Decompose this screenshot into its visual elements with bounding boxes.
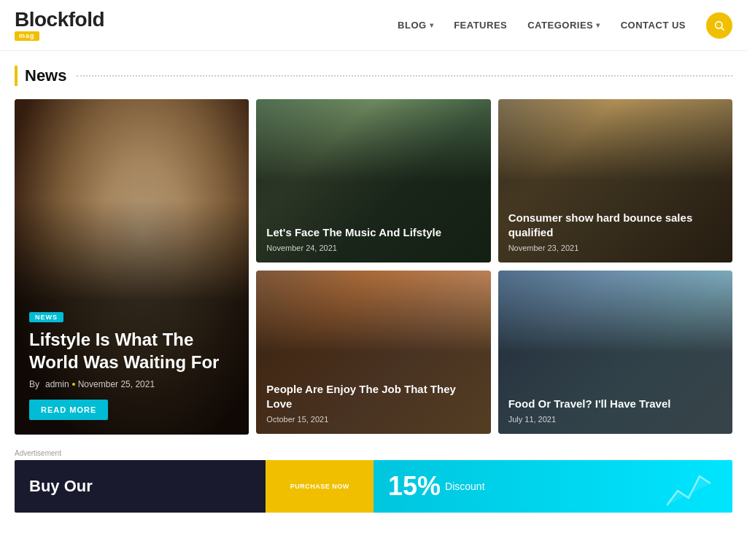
news-card-2-content: Consumer show hard bounce sales qualifie… bbox=[498, 201, 732, 262]
news-card-3-date: October 15, 2021 bbox=[266, 415, 480, 424]
ad-content: Buy Our PURCHASE NOW 15% Discount bbox=[15, 460, 732, 513]
search-button[interactable] bbox=[706, 12, 732, 39]
search-icon bbox=[713, 20, 725, 31]
news-card-3-content: People Are Enjoy The Job That They Love … bbox=[256, 372, 490, 434]
news-tag: NEWS bbox=[29, 312, 63, 322]
news-card-2[interactable]: Consumer show hard bounce sales qualifie… bbox=[498, 99, 732, 262]
news-card-4[interactable]: Food Or Travel? I'll Have Travel July 11… bbox=[498, 271, 732, 434]
svg-point-0 bbox=[716, 21, 722, 28]
nav-item-categories[interactable]: CATEGORIES ▾ bbox=[527, 20, 600, 31]
news-card-4-date: July 11, 2021 bbox=[508, 415, 722, 424]
section-dots bbox=[77, 75, 732, 77]
news-card-2-date: November 23, 2021 bbox=[508, 244, 722, 252]
section-title: News bbox=[25, 66, 66, 85]
ad-purchase-button[interactable]: PURCHASE NOW bbox=[266, 460, 374, 513]
section-title-bar bbox=[15, 66, 18, 86]
ad-label: Advertisement bbox=[15, 449, 732, 457]
news-author: admin bbox=[45, 379, 69, 389]
ad-buy-text: Buy Our bbox=[29, 477, 93, 496]
ad-off-text: Discount bbox=[445, 481, 484, 492]
nav-item-contact[interactable]: CONTACT US bbox=[621, 20, 686, 31]
ad-left: Buy Our bbox=[15, 477, 266, 496]
news-main-title: Lifstyle Is What The World Was Waiting F… bbox=[29, 328, 234, 373]
ad-chart-icon bbox=[667, 469, 711, 513]
main-nav: BLOG ▾ FEATURES CATEGORIES ▾ CONTACT US bbox=[398, 12, 732, 39]
ad-right: 15% Discount bbox=[374, 471, 732, 502]
dot-separator bbox=[72, 383, 75, 386]
news-date: November 25, 2021 bbox=[78, 379, 155, 389]
logo-text: Blockfold bbox=[15, 9, 104, 30]
chevron-down-icon: ▾ bbox=[430, 21, 434, 29]
news-card-2-title: Consumer show hard bounce sales qualifie… bbox=[508, 211, 722, 239]
news-card-1-title: Let's Face The Music And Lifstyle bbox=[266, 225, 480, 240]
nav-item-blog[interactable]: BLOG ▾ bbox=[398, 20, 433, 31]
ad-discount: 15% bbox=[388, 471, 441, 502]
news-main-content: NEWS Lifstyle Is What The World Was Wait… bbox=[15, 295, 249, 435]
news-main-card[interactable]: NEWS Lifstyle Is What The World Was Wait… bbox=[15, 99, 249, 435]
read-more-button[interactable]: READ MORE bbox=[29, 400, 108, 420]
ad-purchase-label: PURCHASE NOW bbox=[290, 483, 349, 490]
chevron-down-icon: ▾ bbox=[596, 21, 600, 29]
news-card-1-content: Let's Face The Music And Lifstyle Novemb… bbox=[256, 215, 490, 263]
section-header: News bbox=[15, 66, 732, 86]
logo[interactable]: Blockfold mag bbox=[15, 9, 104, 41]
news-section: News NEWS Lifstyle Is What The World Was… bbox=[0, 51, 747, 435]
svg-line-1 bbox=[721, 28, 724, 31]
header: Blockfold mag BLOG ▾ FEATURES CATEGORIES… bbox=[0, 0, 747, 51]
nav-item-features[interactable]: FEATURES bbox=[454, 20, 507, 31]
news-card-3-title: People Are Enjoy The Job That They Love bbox=[266, 382, 480, 411]
news-meta: By admin November 25, 2021 bbox=[29, 379, 234, 389]
news-card-1-date: November 24, 2021 bbox=[266, 244, 480, 252]
news-card-4-title: Food Or Travel? I'll Have Travel bbox=[508, 397, 722, 411]
news-card-3[interactable]: People Are Enjoy The Job That They Love … bbox=[256, 271, 490, 434]
news-author-prefix: By bbox=[29, 379, 39, 389]
news-card-1[interactable]: Let's Face The Music And Lifstyle Novemb… bbox=[256, 99, 490, 262]
news-grid: NEWS Lifstyle Is What The World Was Wait… bbox=[15, 99, 732, 435]
ad-banner: Advertisement Buy Our PURCHASE NOW 15% D… bbox=[15, 449, 732, 513]
logo-badge: mag bbox=[15, 31, 39, 41]
news-card-4-content: Food Or Travel? I'll Have Travel July 11… bbox=[498, 386, 732, 435]
